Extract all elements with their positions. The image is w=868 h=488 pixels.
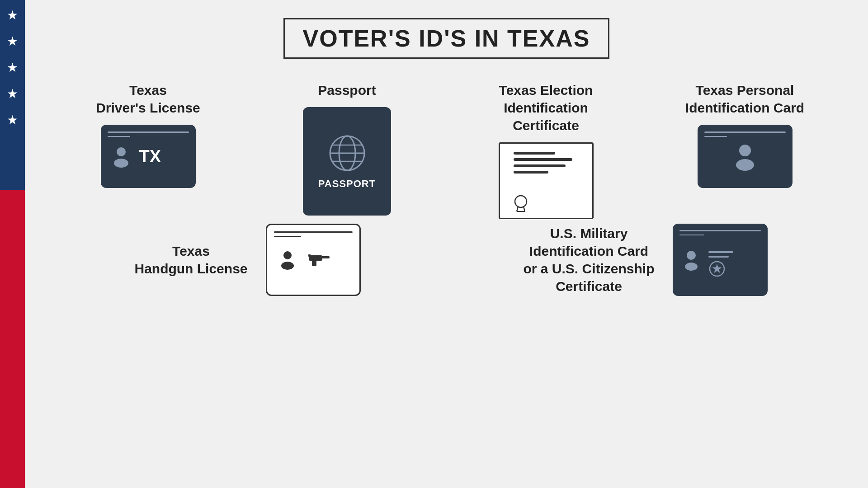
svg-marker-22 bbox=[712, 264, 722, 273]
cert-line-3 bbox=[514, 164, 566, 167]
svg-point-19 bbox=[687, 251, 696, 260]
page-title: VOTER'S ID'S IN TEXAS bbox=[303, 25, 590, 52]
cert-seal-icon bbox=[511, 193, 530, 212]
card-election-cert bbox=[499, 142, 594, 219]
gun-icon bbox=[307, 251, 331, 269]
id-item-drivers-license: TexasDriver's License TX bbox=[62, 81, 234, 219]
globe-icon bbox=[327, 133, 368, 174]
card-military bbox=[673, 224, 768, 296]
person-icon-dl bbox=[109, 144, 134, 169]
id-item-personal-id: Texas PersonalIdentification Card bbox=[659, 81, 831, 219]
svg-rect-17 bbox=[312, 261, 316, 266]
id-label-passport: Passport bbox=[318, 81, 376, 99]
card-passport: PASSPORT bbox=[303, 107, 391, 216]
flag-blue: ★ ★ ★ ★ ★ bbox=[0, 0, 25, 190]
svg-point-1 bbox=[114, 159, 128, 168]
svg-point-13 bbox=[283, 251, 292, 259]
flag-red bbox=[0, 190, 25, 488]
id-label-military: U.S. MilitaryIdentification Cardor a U.S… bbox=[523, 225, 654, 295]
id-label-personal-id: Texas PersonalIdentification Card bbox=[685, 81, 804, 117]
tx-label: TX bbox=[139, 147, 161, 166]
id-item-military: U.S. MilitaryIdentification Cardor a U.S… bbox=[460, 224, 831, 296]
id-label-handgun: TexasHandgun License bbox=[134, 242, 247, 277]
card-personal-id bbox=[698, 125, 793, 188]
svg-point-14 bbox=[281, 262, 294, 270]
id-item-passport: Passport PASSPORT bbox=[261, 81, 433, 219]
svg-point-11 bbox=[739, 145, 751, 156]
cert-line-4 bbox=[514, 171, 548, 174]
svg-line-9 bbox=[524, 206, 525, 211]
ids-grid-row2: TexasHandgun License U.S. MilitaryIdenti… bbox=[62, 224, 831, 296]
mil-line-2 bbox=[708, 256, 729, 258]
card-handgun bbox=[266, 224, 361, 296]
mil-line-1 bbox=[708, 251, 733, 253]
person-icon-pid bbox=[729, 141, 761, 172]
star-1: ★ bbox=[7, 9, 18, 22]
title-box: VOTER'S ID'S IN TEXAS bbox=[283, 18, 610, 59]
svg-point-7 bbox=[515, 196, 527, 207]
svg-rect-15 bbox=[309, 255, 322, 261]
person-icon-mil bbox=[679, 248, 704, 272]
card-drivers-license: TX bbox=[101, 125, 196, 188]
ids-grid-row1: TexasDriver's License TX Passport bbox=[62, 81, 831, 219]
mil-right-section bbox=[708, 251, 733, 277]
main-content: VOTER'S ID'S IN TEXAS TexasDriver's Lice… bbox=[25, 0, 868, 488]
cert-line-2 bbox=[514, 158, 573, 161]
svg-point-0 bbox=[117, 147, 126, 156]
star-2: ★ bbox=[7, 35, 18, 48]
person-icon-hg bbox=[275, 248, 300, 272]
star-badge-icon bbox=[708, 260, 726, 277]
star-5: ★ bbox=[7, 114, 18, 127]
id-label-drivers-license: TexasDriver's License bbox=[96, 81, 200, 117]
star-4: ★ bbox=[7, 88, 18, 100]
svg-line-8 bbox=[517, 206, 518, 211]
svg-rect-18 bbox=[308, 254, 311, 257]
id-item-election-cert: Texas ElectionIdentificationCertificate bbox=[460, 81, 632, 219]
flag-stripe: ★ ★ ★ ★ ★ bbox=[0, 0, 25, 488]
id-label-election-cert: Texas ElectionIdentificationCertificate bbox=[499, 81, 593, 134]
svg-point-20 bbox=[685, 263, 698, 271]
svg-rect-16 bbox=[321, 256, 330, 258]
star-3: ★ bbox=[7, 61, 18, 74]
svg-point-12 bbox=[736, 159, 754, 171]
id-item-handgun: TexasHandgun License bbox=[62, 224, 433, 296]
cert-line-1 bbox=[514, 152, 555, 155]
passport-label: PASSPORT bbox=[318, 178, 376, 190]
